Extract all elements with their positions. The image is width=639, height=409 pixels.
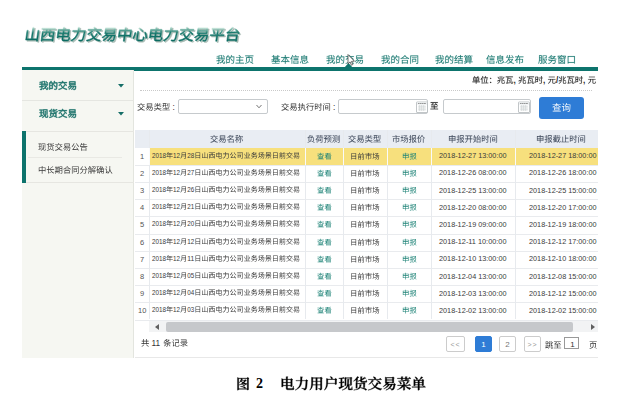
- svg-text:12: 12: [173, 237, 180, 246]
- svg-text:2018-12-20 08:00:00: 2018-12-20 08:00:00: [439, 203, 507, 212]
- svg-text:12: 12: [187, 237, 194, 246]
- svg-text:2018-12-12 15:00:00: 2018-12-12 15:00:00: [529, 289, 597, 298]
- svg-text:1: 1: [140, 152, 144, 161]
- svg-text:8: 8: [140, 272, 144, 281]
- svg-text:5: 5: [140, 220, 144, 229]
- svg-text:2018-12-19 18:00:00: 2018-12-19 18:00:00: [529, 220, 597, 229]
- svg-text:2018: 2018: [152, 185, 166, 194]
- svg-text:20: 20: [187, 219, 194, 228]
- svg-text:6: 6: [140, 238, 144, 247]
- svg-text:12: 12: [173, 288, 180, 297]
- svg-text:2018-12-12 17:00:00: 2018-12-12 17:00:00: [529, 237, 597, 246]
- svg-text::: :: [330, 102, 335, 112]
- svg-text:2018: 2018: [152, 305, 166, 314]
- svg-text:04: 04: [187, 288, 194, 297]
- svg-text:11: 11: [149, 338, 162, 348]
- svg-text:3: 3: [140, 186, 144, 195]
- svg-text:2018-12-20 17:00:00: 2018-12-20 17:00:00: [529, 203, 597, 212]
- svg-text:12: 12: [173, 168, 180, 177]
- svg-text:2018: 2018: [152, 151, 166, 160]
- svg-text:12: 12: [173, 219, 180, 228]
- svg-text:12: 12: [173, 305, 180, 314]
- svg-text:2018: 2018: [152, 237, 166, 246]
- svg-text:2018-12-27 18:00:00: 2018-12-27 18:00:00: [529, 151, 597, 160]
- svg-text:10: 10: [138, 306, 146, 315]
- svg-text:11: 11: [187, 254, 194, 263]
- svg-text:2018-12-25 15:00:00: 2018-12-25 15:00:00: [529, 186, 597, 195]
- svg-text:2018: 2018: [152, 254, 166, 263]
- svg-text:/: /: [555, 75, 558, 85]
- svg-text:12: 12: [173, 185, 180, 194]
- svg-text:2018-12-11 10:00:00: 2018-12-11 10:00:00: [439, 237, 507, 246]
- svg-text:2018-12-25 13:00:00: 2018-12-25 13:00:00: [439, 186, 507, 195]
- svg-text:2018: 2018: [152, 271, 166, 280]
- svg-text:12: 12: [173, 271, 180, 280]
- svg-text:2018-12-26 08:00:00: 2018-12-26 08:00:00: [439, 168, 507, 177]
- svg-text:03: 03: [187, 305, 194, 314]
- svg-text:,: ,: [543, 75, 548, 85]
- svg-text:27: 27: [187, 168, 194, 177]
- svg-text:2018: 2018: [152, 288, 166, 297]
- svg-text:4: 4: [140, 203, 144, 212]
- svg-text:9: 9: [140, 289, 144, 298]
- svg-text:28: 28: [187, 151, 194, 160]
- svg-text:12: 12: [173, 151, 180, 160]
- svg-text:2018: 2018: [152, 202, 166, 211]
- svg-text:21: 21: [187, 202, 194, 211]
- svg-text:2018-12-08 15:00:00: 2018-12-08 15:00:00: [529, 272, 597, 281]
- svg-text:2018-12-26 18:00:00: 2018-12-26 18:00:00: [529, 168, 597, 177]
- svg-text:2018-12-27 13:00:00: 2018-12-27 13:00:00: [439, 151, 507, 160]
- svg-text:2018-12-03 13:00:00: 2018-12-03 13:00:00: [439, 289, 507, 298]
- svg-text:12: 12: [173, 202, 180, 211]
- svg-text:2018-12-10 18:00:00: 2018-12-10 18:00:00: [529, 254, 597, 263]
- svg-text:26: 26: [187, 185, 194, 194]
- svg-text:2018-12-02 15:00:00: 2018-12-02 15:00:00: [529, 306, 597, 315]
- svg-text:2018-12-04 13:00:00: 2018-12-04 13:00:00: [439, 272, 507, 281]
- svg-text:05: 05: [187, 271, 194, 280]
- svg-text:2: 2: [140, 169, 144, 178]
- svg-text::: :: [170, 102, 175, 112]
- svg-text:2018: 2018: [152, 219, 166, 228]
- svg-text:2018: 2018: [152, 168, 166, 177]
- svg-text:7: 7: [140, 255, 144, 264]
- svg-text:2018-12-10 13:00:00: 2018-12-10 13:00:00: [439, 254, 507, 263]
- svg-text:2018-12-19 09:00:00: 2018-12-19 09:00:00: [439, 220, 507, 229]
- svg-text:2018-12-02 13:00:00: 2018-12-02 13:00:00: [439, 306, 507, 315]
- svg-text:12: 12: [173, 254, 180, 263]
- svg-text:,: ,: [513, 75, 518, 85]
- svg-text:,: ,: [583, 75, 588, 85]
